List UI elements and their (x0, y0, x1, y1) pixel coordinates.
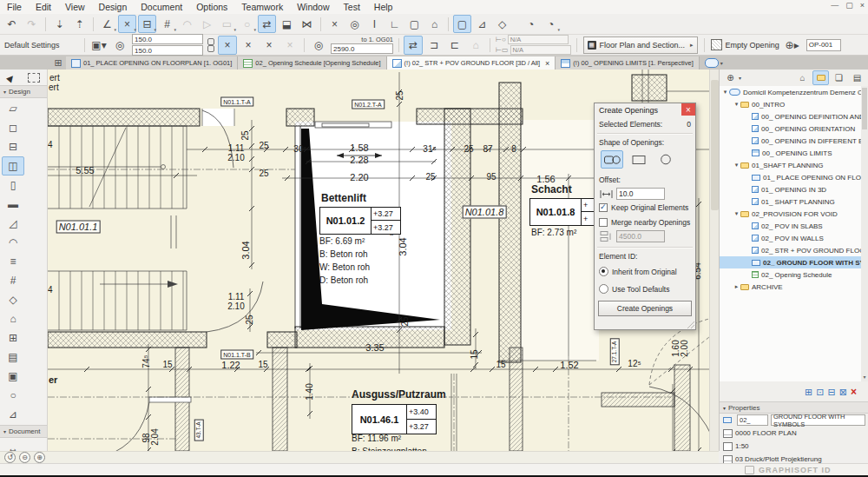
display-mode-2-icon[interactable]: ⊐ (424, 36, 444, 55)
dialog-title[interactable]: Create Openings (595, 103, 695, 116)
slab-tool[interactable]: ⊟ (2, 137, 24, 156)
window-tool[interactable]: ◫ (2, 156, 24, 176)
stretch-icon[interactable]: ⬓ (278, 15, 296, 33)
intersect-icon[interactable]: ⋈ (298, 15, 316, 33)
story-value[interactable]: 0000 FLOOR PLAN (735, 429, 797, 437)
tree-item[interactable]: 01_ PLACE OPENING ON FLOORPLAN (720, 171, 862, 183)
cut-method-1-icon[interactable]: × (218, 36, 237, 55)
menu-window[interactable]: Window (290, 0, 336, 14)
view-map-icon[interactable] (812, 70, 829, 85)
rectangle-shape-button[interactable] (628, 150, 650, 169)
tab-overview-icon[interactable]: ⊞ (50, 56, 66, 70)
tab-2[interactable]: (!) 02_ STR + POV GROUND FLOOR [3D / All… (387, 56, 556, 70)
tree-item[interactable]: 02_ Opening Schedule (720, 268, 862, 281)
view-name-field[interactable]: GROUND FLOOR WITH SYMBOLS (771, 414, 865, 426)
column-tool[interactable]: ▯ (2, 176, 24, 195)
marquee-tool[interactable] (28, 73, 40, 83)
clone-folder-icon[interactable]: ⊞ (805, 387, 812, 398)
tree-item[interactable]: ▾02_PROVISION FOR VOID (720, 208, 862, 220)
morph-tool[interactable]: ◇ (2, 290, 24, 309)
menu-help[interactable]: Help (367, 0, 400, 14)
opening-tool[interactable]: ⊿ (2, 405, 24, 424)
tab-close-icon[interactable]: × (545, 59, 549, 68)
project-chooser-icon[interactable]: ⊕ (722, 70, 739, 85)
use-tool-defaults-radio[interactable] (599, 284, 608, 294)
marquee-icon[interactable]: ▢ (453, 15, 471, 33)
cursor-snap-icon[interactable]: ◇ (493, 15, 511, 33)
layer-combination-value[interactable]: 03 Druck/Plott Projektierung (735, 455, 822, 463)
home-icon[interactable]: ⌂ (425, 15, 444, 33)
display-mode-3-icon[interactable]: ⊏ (445, 36, 464, 55)
orbit-icon[interactable]: ↺ (4, 452, 16, 463)
cut-method-3-icon[interactable]: × (260, 36, 279, 55)
object-tool[interactable]: ▣ (2, 367, 24, 386)
tree-item[interactable]: 00_ OPENING IN DIFFERENT ELEMENT TYPES (720, 135, 862, 147)
navigator-scrollbar[interactable]: ▾ (861, 86, 868, 381)
tab-cloud-menu[interactable]: ▾ (705, 56, 723, 70)
tree-item[interactable]: ▸ARCHIVE (720, 281, 862, 293)
beam-tool[interactable]: ▬ (2, 195, 24, 214)
cut-icon[interactable]: × (326, 15, 344, 33)
merge-nearby-checkbox[interactable] (599, 218, 608, 227)
tree-item[interactable]: 02_ STR + POV GROUND FLOOR (720, 244, 862, 256)
text-cursor-icon[interactable]: I (365, 15, 384, 33)
opening-symbol-icon[interactable]: ◎ (110, 36, 129, 55)
tree-item[interactable]: 02_ POV IN WALLS (720, 232, 862, 244)
polygon-icon[interactable]: ▢ (405, 15, 424, 33)
new-view-icon[interactable]: ⊡ (816, 387, 824, 398)
arrow-tool[interactable]: ▶ (4, 72, 16, 83)
default-settings-label[interactable]: Default Settings (0, 41, 81, 50)
zoom-in-icon[interactable]: ⊕ (34, 452, 45, 463)
project-chooser-arrow[interactable]: ▾ (739, 75, 741, 81)
undo-icon[interactable]: ↶ (3, 15, 21, 33)
railing-tool[interactable]: # (2, 271, 24, 290)
maximize-icon[interactable]: ▢ (845, 1, 853, 10)
graphisoft-id-badge[interactable]: GRAPHISOFT ID (745, 464, 832, 476)
minimize-icon[interactable]: — (831, 1, 838, 10)
project-map-icon[interactable]: ⌂ (794, 70, 811, 85)
tree-item[interactable]: 00_ OPENING ORIENTATION (720, 123, 862, 135)
view-id-field[interactable]: 02_ (737, 414, 768, 426)
menu-document[interactable]: Document (134, 0, 189, 14)
save-view-icon[interactable]: ⊟ (828, 387, 836, 398)
dialog-close-icon[interactable]: × (681, 103, 695, 116)
inherit-from-original-radio[interactable] (599, 267, 608, 276)
elevation-field[interactable]: 2590.0 (331, 43, 393, 54)
split-icon[interactable]: ⊟▾ (138, 15, 156, 33)
element-id-field[interactable]: OP-001 (806, 39, 841, 51)
menu-options[interactable]: Options (189, 0, 234, 14)
tree-item[interactable]: 02_ POV IN SLABS (720, 220, 862, 232)
menu-design[interactable]: Design (92, 0, 135, 14)
globe-icon[interactable]: ⊕▸ (783, 36, 802, 55)
toolbox-document-header[interactable]: ▾Document (0, 425, 47, 438)
cut-method-2-icon[interactable]: × (239, 36, 258, 55)
pick-up-parameters-icon[interactable]: ⇣ (50, 15, 69, 33)
nudge-top-field[interactable]: 150.0 (132, 34, 203, 44)
zoom-out-icon[interactable]: ⊖ (19, 452, 30, 463)
dimension-tool[interactable]: ↔ (2, 439, 24, 451)
layout-book-icon[interactable]: ❏ (831, 70, 847, 85)
elevation-anchor-icon[interactable]: ◎ (309, 36, 328, 55)
menu-view[interactable]: View (58, 0, 92, 14)
delete-icon[interactable]: × (851, 386, 857, 398)
shell-tool[interactable]: ◠ (2, 233, 24, 252)
scale-value[interactable]: 1:50 (735, 442, 749, 450)
mesh-tool[interactable]: ⊞ (2, 328, 24, 348)
door-tool[interactable]: ◻ (2, 118, 24, 137)
teamwork-send-icon[interactable]: ◔ (522, 15, 540, 33)
publisher-icon[interactable]: ▤ (849, 70, 865, 85)
floorplan-display-combo[interactable]: ▦ Floor Plan and Section... ▸ (583, 36, 698, 54)
tree-item[interactable]: 00_ OPENING DEFINITION AND SHAPE (720, 110, 862, 123)
teamwork-receive-icon[interactable]: ◔▾ (542, 15, 560, 33)
corner-icon[interactable]: ∟ (385, 15, 404, 33)
toolbox-design-header[interactable]: ▾Design (0, 85, 47, 98)
link-values-icon[interactable] (207, 38, 214, 52)
curtain-wall-tool[interactable]: ▤ (2, 348, 24, 367)
canvas-scrollbar-thumb[interactable] (711, 80, 719, 210)
gravity-icon[interactable]: ∠▾ (98, 15, 116, 33)
inject-parameters-icon[interactable]: ⇡ (70, 15, 89, 33)
keep-original-checkbox[interactable] (599, 203, 608, 212)
tree-item[interactable]: 00_ OPENING LIMITS (720, 147, 862, 159)
zone-tool[interactable]: ⌂ (2, 309, 24, 328)
view-settings-icon[interactable]: ▣▾ (89, 36, 108, 55)
